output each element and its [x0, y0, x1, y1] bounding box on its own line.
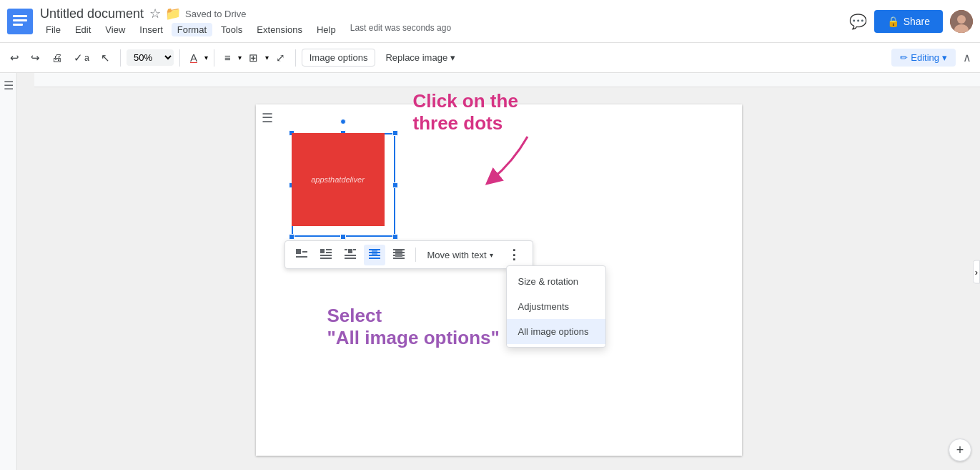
separator-2: [179, 49, 180, 67]
svg-rect-24: [369, 258, 380, 259]
doc-title[interactable]: Untitled document: [40, 6, 144, 21]
svg-rect-10: [320, 249, 325, 253]
svg-rect-27: [395, 250, 402, 257]
line-spacing-dropdown[interactable]: ▾: [238, 54, 242, 62]
doc-area: ☰ appsthatdeliver: [17, 73, 980, 470]
replace-image-button[interactable]: Replace image ▾: [378, 49, 462, 66]
ft-separator: [415, 248, 416, 262]
image-box[interactable]: appsthatdeliver: [292, 133, 385, 226]
share-button[interactable]: 🔒 Share: [874, 10, 943, 33]
svg-rect-23: [369, 255, 380, 256]
svg-rect-19: [345, 258, 356, 259]
dropdown-size-rotation[interactable]: Size & rotation: [507, 269, 605, 294]
annotation-click-text: Click on thethree dots: [413, 90, 628, 134]
undo-button[interactable]: ↩: [6, 49, 24, 67]
handle-bl[interactable]: [289, 234, 295, 240]
menu-format[interactable]: Format: [172, 23, 212, 36]
svg-rect-29: [402, 255, 405, 256]
collapse-toolbar-button[interactable]: ∧: [960, 48, 974, 67]
svg-rect-17: [353, 249, 356, 250]
svg-rect-3: [13, 24, 23, 26]
saved-status: Saved to Drive: [185, 9, 246, 19]
pencil-icon: ✏: [900, 52, 908, 63]
menu-extensions[interactable]: Extensions: [251, 23, 308, 36]
collapse-icon: ›: [975, 266, 978, 277]
menu-help[interactable]: Help: [311, 23, 342, 36]
doc-title-area: Untitled document ☆ 📁 Saved to Drive Fil…: [40, 6, 849, 36]
svg-rect-1: [13, 15, 27, 17]
dropdown-all-image-options[interactable]: All image options: [507, 319, 605, 344]
svg-rect-28: [393, 255, 395, 256]
columns-button[interactable]: ⊞: [244, 49, 262, 67]
image-container[interactable]: appsthatdeliver: [292, 133, 395, 237]
top-ruler: [34, 73, 980, 87]
svg-rect-15: [348, 249, 352, 253]
svg-rect-13: [320, 255, 332, 256]
align-front-text-button[interactable]: [388, 245, 410, 265]
svg-rect-18: [345, 255, 356, 256]
align-break-text-button[interactable]: [340, 245, 361, 265]
print-button[interactable]: 🖨: [47, 49, 66, 67]
toolbar: ↩ ↪ 🖨 ✓a ↖ 50% 75% 100% A ▾ ≡ ▾ ⊞ ▾ ⤢ Im…: [0, 43, 980, 73]
separator-3: [214, 49, 214, 67]
bottom-right-button[interactable]: +: [949, 439, 971, 461]
image-text: appsthatdeliver: [311, 175, 365, 184]
menu-tools[interactable]: Tools: [215, 23, 248, 36]
svg-rect-2: [13, 19, 27, 21]
dropdown-adjustments[interactable]: Adjustments: [507, 294, 605, 319]
sidebar-left: ☰: [0, 73, 17, 470]
menu-edit[interactable]: Edit: [69, 23, 96, 36]
border-color-dropdown[interactable]: ▾: [204, 54, 208, 62]
title-icons: ☆ 📁 Saved to Drive: [149, 6, 246, 21]
svg-rect-7: [296, 249, 301, 254]
align-wrap-text-button[interactable]: [315, 245, 337, 265]
right-collapse-button[interactable]: ›: [973, 260, 980, 283]
main-area: ☰ ☰ appsthatdeliver: [0, 73, 980, 470]
annotation-arrow-1: [470, 133, 556, 190]
editing-button[interactable]: ✏ Editing ▾: [891, 49, 956, 67]
editing-dropdown-icon: ▾: [942, 52, 947, 63]
page-icon: ☰: [262, 110, 273, 126]
svg-rect-9: [302, 251, 307, 253]
handle-tr[interactable]: [392, 130, 398, 136]
menu-insert[interactable]: Insert: [134, 23, 169, 36]
columns-dropdown[interactable]: ▾: [265, 54, 269, 62]
spellcheck-button[interactable]: ✓a: [69, 49, 94, 67]
menu-file[interactable]: File: [40, 23, 66, 36]
border-color-button[interactable]: A: [186, 49, 202, 67]
dropdown-menu: Size & rotation Adjustments All image op…: [506, 265, 606, 348]
svg-rect-20: [369, 249, 380, 250]
move-text-dropdown-icon: ▾: [490, 251, 493, 259]
svg-rect-8: [296, 256, 307, 258]
title-bar: Untitled document ☆ 📁 Saved to Drive Fil…: [0, 0, 980, 43]
handle-mr[interactable]: [392, 182, 398, 188]
line-spacing-button[interactable]: ≡: [220, 49, 235, 67]
last-edit-status: Last edit was seconds ago: [350, 23, 451, 36]
avatar[interactable]: [950, 10, 973, 33]
menu-view[interactable]: View: [99, 23, 131, 36]
paint-format-button[interactable]: ↖: [96, 49, 114, 67]
svg-rect-12: [326, 252, 332, 253]
star-icon[interactable]: ☆: [149, 6, 161, 21]
move-with-text-label: Move with text: [427, 250, 487, 260]
redo-button[interactable]: ↪: [26, 49, 44, 67]
float-toolbar: Move with text ▾ ⋮: [284, 240, 533, 269]
zoom-select[interactable]: 50% 75% 100%: [127, 49, 174, 66]
app-icon: [7, 9, 33, 34]
sidebar-menu-icon[interactable]: ☰: [4, 79, 14, 92]
folder-icon[interactable]: 📁: [165, 6, 181, 21]
comment-icon[interactable]: 💬: [849, 13, 867, 30]
doc-page: ☰ appsthatdeliver: [256, 104, 742, 456]
move-with-text-button[interactable]: Move with text ▾: [422, 247, 499, 263]
handle-br[interactable]: [392, 234, 398, 240]
align-behind-text-button[interactable]: [364, 245, 385, 265]
svg-point-5: [957, 15, 966, 24]
align-inline-button[interactable]: [291, 245, 312, 265]
handle-bm[interactable]: [340, 234, 346, 240]
annotation-click-dots: Click on thethree dots: [413, 90, 628, 134]
separator-4: [295, 49, 296, 67]
expand-button[interactable]: ⤢: [272, 49, 289, 67]
image-options-button[interactable]: Image options: [302, 49, 376, 67]
rotate-handle[interactable]: [340, 119, 346, 124]
three-dots-button[interactable]: ⋮: [502, 244, 527, 265]
